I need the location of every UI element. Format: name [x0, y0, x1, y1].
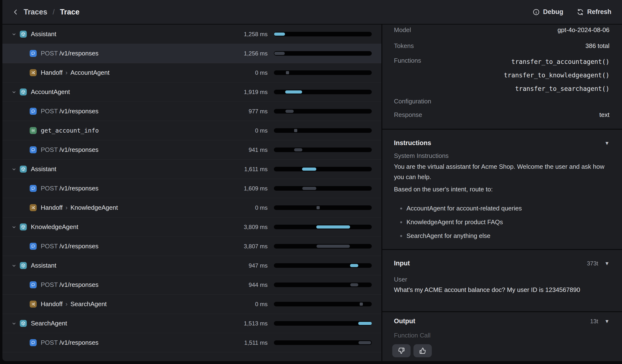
triangle-down-icon[interactable]: ▼	[604, 318, 609, 324]
trace-span-list: Assistant1,258 msPOST /v1/responses1,256…	[2, 25, 381, 361]
row-label-area: Assistant	[2, 160, 232, 179]
property-key: Response	[394, 111, 422, 119]
bullet-dot	[400, 208, 402, 210]
http-span-icon	[30, 243, 37, 250]
trace-row-handoff[interactable]: Handoff›AccountAgent0 ms	[2, 63, 381, 82]
http-path: /v1/responses	[59, 339, 98, 346]
function-name: transfer_to_searchagent()	[515, 84, 609, 94]
chevron-down-icon[interactable]	[11, 31, 17, 37]
triangle-down-icon[interactable]: ▼	[604, 140, 609, 146]
chevron-down-icon[interactable]	[11, 263, 17, 268]
thumbs-down-button[interactable]	[392, 344, 410, 357]
agent-span-icon	[20, 31, 27, 38]
row-label-area: AccountAgent	[2, 82, 232, 101]
trace-row-http-request[interactable]: POST /v1/responses3,807 ms	[2, 237, 381, 256]
trace-row-assistant[interactable]: Assistant1,611 ms	[2, 160, 381, 179]
trace-row-knowledgeagent[interactable]: KnowledgeAgent3,809 ms	[2, 217, 381, 237]
agent-cube-icon	[21, 263, 26, 268]
triangle-down-icon[interactable]: ▼	[604, 261, 609, 266]
timeline-track	[274, 32, 372, 37]
timeline-segment	[316, 245, 350, 248]
timeline-segment	[350, 264, 358, 267]
span-name: POST /v1/responses	[41, 281, 98, 288]
timeline-segment	[294, 148, 302, 151]
thumbs-up-button[interactable]	[413, 344, 432, 357]
trace-row-http-request[interactable]: POST /v1/responses1,256 ms	[2, 44, 381, 63]
refresh-button[interactable]: Refresh	[577, 8, 611, 16]
property-row-tokens: Tokens386 total	[394, 41, 609, 51]
agent-span-icon	[20, 262, 27, 269]
agent-cube-icon	[21, 90, 26, 94]
trace-row-searchagent[interactable]: SearchAgent1,513 ms	[2, 314, 381, 333]
instructions-section: Instructions ▼ System Instructions You a…	[382, 129, 622, 249]
debug-button[interactable]: Debug	[533, 8, 563, 16]
span-name: POST /v1/responses	[41, 339, 98, 346]
row-label-area: POST /v1/responses	[2, 237, 232, 256]
chat-bubble-icon	[31, 148, 36, 152]
row-label-area: Assistant	[2, 25, 232, 44]
chevron-down-icon[interactable]	[11, 89, 17, 95]
handoff-label: Handoff	[41, 300, 63, 307]
timeline-track	[274, 321, 372, 326]
agent-span-icon	[20, 320, 27, 327]
trace-row-assistant[interactable]: Assistant947 ms	[2, 256, 381, 275]
back-button[interactable]	[12, 8, 19, 16]
trace-row-handoff[interactable]: Handoff›SearchAgent0 ms	[2, 295, 381, 314]
trace-row-assistant[interactable]: Assistant1,258 ms	[2, 25, 381, 44]
timeline-track	[274, 51, 372, 56]
http-path: /v1/responses	[59, 146, 98, 153]
handoff-target: SearchAgent	[70, 300, 107, 307]
input-title: Input	[394, 260, 410, 267]
timeline-track	[274, 205, 372, 210]
timeline-segment	[360, 303, 363, 306]
trace-row-http-request[interactable]: POST /v1/responses941 ms	[2, 140, 381, 160]
span-duration: 941 ms	[232, 147, 268, 153]
property-key: Model	[394, 26, 411, 34]
trace-row-accountagent[interactable]: AccountAgent1,919 ms	[2, 82, 381, 102]
span-duration: 1,513 ms	[232, 320, 268, 327]
handoff-target: AccountAgent	[70, 69, 109, 76]
timeline-segment	[316, 206, 320, 209]
span-name: POST /v1/responses	[41, 108, 98, 115]
handoff-target: KnowledgeAgent	[70, 204, 118, 211]
chevron-down-icon[interactable]	[11, 321, 17, 326]
row-label-area: get_account_info	[2, 121, 232, 140]
span-name: Handoff›AccountAgent	[41, 69, 109, 77]
chevron-down-icon[interactable]	[11, 224, 17, 230]
handoff-shuffle-icon	[31, 302, 36, 307]
chat-bubble-icon	[31, 51, 36, 56]
chevron-down-icon[interactable]	[11, 166, 17, 172]
span-duration: 3,809 ms	[232, 224, 268, 230]
timeline-track	[274, 109, 372, 114]
timeline-segment	[274, 52, 285, 55]
http-path: /v1/responses	[59, 243, 98, 250]
trace-row-http-request[interactable]: POST /v1/responses1,511 ms	[2, 333, 381, 352]
span-details-panel: Modelgpt-4o-2024-08-06Tokens386 totalFun…	[382, 25, 622, 361]
timeline-segment	[302, 187, 316, 190]
handoff-label: Handoff	[41, 204, 63, 211]
trace-row-http-request[interactable]: POST /v1/responses977 ms	[2, 102, 381, 121]
feedback-buttons	[392, 344, 432, 357]
info-icon	[533, 8, 540, 16]
span-duration: 0 ms	[232, 301, 268, 307]
timeline-segment	[285, 110, 294, 113]
row-label-area: POST /v1/responses	[2, 140, 232, 159]
input-token-count: 373t	[587, 260, 598, 267]
trace-row-get_account_info[interactable]: get_account_info0 ms	[2, 121, 381, 140]
trace-row-http-request[interactable]: POST /v1/responses1,609 ms	[2, 179, 381, 198]
chevron-right-icon: ›	[63, 69, 71, 76]
agent-cube-icon	[21, 32, 26, 37]
chevron-right-icon: ›	[63, 300, 71, 307]
span-duration: 1,919 ms	[232, 89, 268, 96]
row-label-area: KnowledgeAgent	[2, 217, 232, 236]
trace-row-handoff[interactable]: Handoff›KnowledgeAgent0 ms	[2, 198, 381, 217]
http-method: POST	[41, 339, 58, 346]
http-path: /v1/responses	[59, 108, 98, 115]
timeline-segment	[285, 90, 302, 94]
function-span-icon	[30, 127, 37, 134]
span-duration: 1,256 ms	[232, 50, 268, 57]
timeline-track	[274, 302, 372, 307]
breadcrumb-traces-link[interactable]: Traces	[24, 8, 47, 16]
input-user-message: What's my ACME account balance doc? My u…	[394, 285, 609, 295]
trace-row-http-request[interactable]: POST /v1/responses944 ms	[2, 275, 381, 295]
